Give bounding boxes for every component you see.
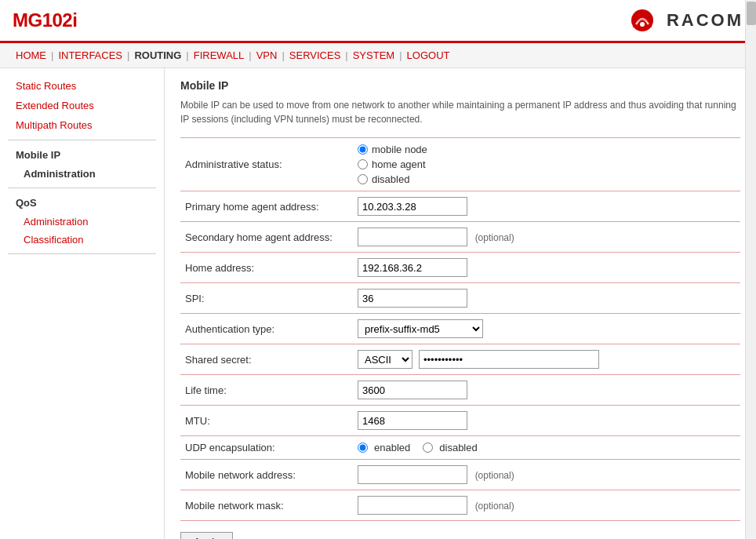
home-address-label: Home address: (180, 253, 353, 283)
secondary-home-agent-label: Secondary home agent address: (180, 222, 353, 253)
sidebar-item-extended-routes[interactable]: Extended Routes (0, 96, 164, 115)
primary-home-agent-label: Primary home agent address: (180, 191, 353, 222)
nav-interfaces[interactable]: INTERFACES (55, 48, 125, 63)
row-auth-type: Authentication type: prefix-suffix-md5 m… (180, 314, 740, 344)
page-title: Mobile IP (180, 79, 740, 92)
udp-disabled-label: disabled (439, 442, 477, 453)
sidebar: Static Routes Extended Routes Multipath … (0, 68, 165, 539)
svg-point-1 (640, 22, 645, 27)
sidebar-qos-label: QoS (0, 193, 164, 213)
nav-sep-6: | (345, 49, 347, 61)
shared-secret-row: ASCII HEX (358, 350, 736, 369)
admin-status-value: mobile node home agent disabled (353, 138, 740, 191)
scroll-thumb[interactable] (747, 2, 756, 25)
nav-firewall[interactable]: FIREWALL (191, 48, 248, 63)
admin-status-label: Administrative status: (180, 138, 353, 191)
row-udp-encap: UDP encapsulation: enabled disabled (180, 436, 740, 460)
radio-row-home-agent: home agent (358, 158, 736, 170)
sidebar-divider-2 (8, 188, 156, 188)
nav-sep-3: | (186, 49, 188, 61)
nav-services[interactable]: SERVICES (286, 48, 344, 63)
lifetime-input[interactable] (358, 381, 467, 399)
sidebar-item-multipath-routes[interactable]: Multipath Routes (0, 115, 164, 135)
udp-encap-row: enabled disabled (358, 442, 736, 453)
row-primary-home-agent: Primary home agent address: (180, 191, 740, 222)
udp-encap-disabled-radio[interactable] (423, 442, 433, 453)
header: MG102i RACOM (0, 0, 756, 43)
radio-row-mobile-node: mobile node (358, 144, 736, 155)
auth-type-value: prefix-suffix-md5 md5 (353, 314, 740, 344)
mtu-input[interactable] (358, 411, 467, 430)
shared-secret-value: ASCII HEX (353, 344, 740, 375)
mobile-net-addr-label: Mobile network address: (180, 460, 353, 490)
auth-type-select[interactable]: prefix-suffix-md5 md5 (358, 319, 483, 338)
admin-status-radio-group: mobile node home agent disabled (358, 144, 736, 185)
main-content: Mobile IP Mobile IP can be used to move … (165, 68, 756, 539)
nav-vpn[interactable]: VPN (253, 48, 281, 63)
secondary-home-agent-value: (optional) (353, 222, 740, 253)
nav-sep-4: | (249, 49, 251, 61)
sidebar-mobile-ip-label: Mobile IP (0, 145, 164, 165)
mobile-net-addr-input[interactable] (358, 465, 467, 484)
scrollbar[interactable] (745, 0, 756, 539)
row-shared-secret: Shared secret: ASCII HEX (180, 344, 740, 375)
page-description: Mobile IP can be used to move from one n… (180, 98, 740, 126)
radio-home-agent-label: home agent (372, 158, 426, 170)
udp-encap-value: enabled disabled (353, 436, 740, 460)
sidebar-item-static-routes[interactable]: Static Routes (0, 76, 164, 96)
secondary-home-agent-optional: (optional) (475, 232, 514, 243)
shared-secret-encoding-select[interactable]: ASCII HEX (358, 350, 413, 369)
auth-type-label: Authentication type: (180, 314, 353, 344)
spi-value (353, 283, 740, 314)
udp-encap-enabled-radio[interactable] (358, 442, 368, 453)
apply-button[interactable]: Apply (180, 532, 233, 539)
home-address-value (353, 253, 740, 283)
lifetime-value (353, 375, 740, 406)
sidebar-qos-admin[interactable]: Administration (0, 213, 164, 231)
primary-home-agent-value (353, 191, 740, 222)
shared-secret-label: Shared secret: (180, 344, 353, 375)
spi-input[interactable] (358, 289, 467, 308)
racom-logo: RACOM (625, 7, 743, 35)
secondary-home-agent-input[interactable] (358, 228, 467, 246)
lifetime-label: Life time: (180, 375, 353, 406)
primary-home-agent-input[interactable] (358, 197, 467, 216)
radio-disabled-label: disabled (372, 173, 409, 185)
nav-bar: HOME | INTERFACES | ROUTING | FIREWALL |… (0, 43, 756, 68)
nav-routing[interactable]: ROUTING (131, 48, 184, 63)
mobile-net-mask-input[interactable] (358, 496, 467, 515)
nav-logout[interactable]: LOGOUT (404, 48, 453, 63)
nav-sep-5: | (282, 49, 284, 61)
spi-label: SPI: (180, 283, 353, 314)
radio-home-agent[interactable] (358, 159, 368, 169)
brand-name: RACOM (667, 10, 743, 31)
shared-secret-input[interactable] (419, 350, 599, 369)
radio-mobile-node-label: mobile node (372, 144, 427, 155)
nav-sep-2: | (127, 49, 129, 61)
mobile-net-mask-label: Mobile network mask: (180, 490, 353, 521)
nav-home[interactable]: HOME (13, 48, 49, 63)
home-address-input[interactable] (358, 258, 467, 277)
layout: Static Routes Extended Routes Multipath … (0, 68, 756, 539)
sidebar-mobile-ip-admin[interactable]: Administration (0, 165, 164, 183)
radio-mobile-node[interactable] (358, 144, 368, 155)
svg-point-0 (631, 9, 653, 31)
racom-icon (625, 7, 660, 35)
udp-enabled-label: enabled (374, 442, 410, 453)
row-mtu: MTU: (180, 406, 740, 436)
radio-row-disabled: disabled (358, 173, 736, 185)
udp-encap-label: UDP encapsulation: (180, 436, 353, 460)
sidebar-divider-3 (8, 253, 156, 254)
mobile-net-mask-optional: (optional) (475, 501, 514, 512)
row-mobile-net-mask: Mobile network mask: (optional) (180, 490, 740, 521)
row-secondary-home-agent: Secondary home agent address: (optional) (180, 222, 740, 253)
row-admin-status: Administrative status: mobile node home … (180, 138, 740, 191)
form-table: Administrative status: mobile node home … (180, 137, 740, 521)
radio-disabled[interactable] (358, 174, 368, 184)
mobile-net-mask-value: (optional) (353, 490, 740, 521)
nav-system[interactable]: SYSTEM (350, 48, 398, 63)
sidebar-qos-classification[interactable]: Classification (0, 231, 164, 249)
nav-sep-1: | (51, 49, 53, 61)
mobile-net-addr-value: (optional) (353, 460, 740, 490)
mobile-net-addr-optional: (optional) (475, 470, 514, 481)
